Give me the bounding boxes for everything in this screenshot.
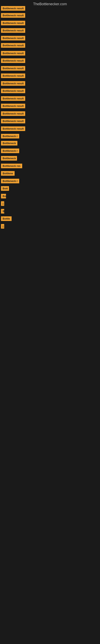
bottleneck-label: Bottlene bbox=[1, 171, 15, 176]
bottleneck-item: Bo bbox=[1, 194, 6, 199]
bottleneck-label: Bo bbox=[1, 194, 6, 198]
bottleneck-item: | bbox=[1, 201, 4, 207]
bottleneck-label: Bottleneck result bbox=[1, 88, 25, 93]
bottleneck-label: Bottle bbox=[1, 216, 12, 221]
bottleneck-item: Bottlene bbox=[1, 171, 15, 176]
bottleneck-item: Bottleneck result bbox=[1, 66, 25, 72]
bottleneck-label: Bottleneck r bbox=[1, 134, 19, 138]
bottleneck-item: Bottleneck result bbox=[1, 96, 25, 102]
bottleneck-label: Bottleneck result bbox=[1, 13, 25, 18]
bottleneck-item: Bottleneck bbox=[1, 141, 17, 146]
bottleneck-label: Bottleneck result bbox=[1, 6, 25, 11]
bottleneck-label: Bottleneck result bbox=[1, 43, 25, 48]
bottleneck-label: Bottleneck result bbox=[1, 104, 25, 108]
bottleneck-label: Bottleneck result bbox=[1, 126, 25, 131]
bottleneck-item: Bottleneck bbox=[1, 156, 17, 162]
bottleneck-label: Bottleneck result bbox=[1, 58, 25, 63]
bottleneck-item: Bottleneck result bbox=[1, 58, 25, 64]
bottleneck-item: Bottleneck result bbox=[1, 36, 25, 41]
bottleneck-item: Bottleneck result bbox=[1, 74, 25, 79]
bottleneck-label: Bott bbox=[1, 186, 9, 191]
bottleneck-label: Bottleneck r bbox=[1, 179, 19, 183]
bottleneck-label: | bbox=[1, 224, 4, 228]
bottleneck-label: Bottleneck result bbox=[1, 21, 25, 25]
bottleneck-item: Bottleneck r bbox=[1, 148, 19, 154]
bottleneck-label: Bottleneck result bbox=[1, 66, 25, 71]
bottleneck-item: Bott bbox=[1, 186, 9, 192]
bottleneck-item: Bottleneck result bbox=[1, 28, 25, 34]
bottleneck-item: Bottleneck r bbox=[1, 179, 19, 184]
bottleneck-label: Bottleneck r bbox=[1, 148, 19, 153]
bottleneck-item: Bottleneck result bbox=[1, 43, 25, 48]
bottleneck-label: Bottleneck result bbox=[1, 96, 25, 101]
bottleneck-item: Bottleneck result bbox=[1, 111, 25, 117]
bottleneck-label: Bottleneck bbox=[1, 156, 17, 160]
bottleneck-label: Bottleneck result bbox=[1, 51, 25, 56]
bottleneck-label: Bottleneck result bbox=[1, 81, 25, 86]
bottleneck-item: B bbox=[1, 209, 4, 214]
bottleneck-label: | bbox=[1, 201, 4, 206]
bottleneck-item: Bottle bbox=[1, 216, 12, 222]
bottleneck-item: Bottleneck result bbox=[1, 21, 25, 26]
bottleneck-item: Bottleneck result bbox=[1, 6, 25, 12]
bottleneck-item: Bottleneck res bbox=[1, 164, 22, 169]
bottleneck-label: Bottleneck result bbox=[1, 119, 25, 123]
bottleneck-label: Bottleneck bbox=[1, 141, 17, 146]
bottleneck-label: Bottleneck result bbox=[1, 111, 25, 116]
bottleneck-item: Bottleneck result bbox=[1, 81, 25, 86]
bottleneck-item: Bottleneck result bbox=[1, 126, 25, 132]
bottleneck-item: Bottleneck result bbox=[1, 13, 25, 18]
bottleneck-item: Bottleneck result bbox=[1, 119, 25, 124]
bottleneck-label: Bottleneck result bbox=[1, 74, 25, 78]
bottleneck-item: Bottleneck result bbox=[1, 104, 25, 109]
bottleneck-item: Bottleneck result bbox=[1, 51, 25, 56]
bottleneck-item: | bbox=[1, 224, 4, 230]
bottleneck-label: B bbox=[1, 209, 4, 214]
bottleneck-label: Bottleneck result bbox=[1, 28, 25, 33]
bottleneck-label: Bottleneck result bbox=[1, 36, 25, 40]
bottleneck-item: Bottleneck r bbox=[1, 134, 19, 139]
bottleneck-label: Bottleneck res bbox=[1, 164, 22, 168]
bottleneck-item: Bottleneck result bbox=[1, 88, 25, 94]
